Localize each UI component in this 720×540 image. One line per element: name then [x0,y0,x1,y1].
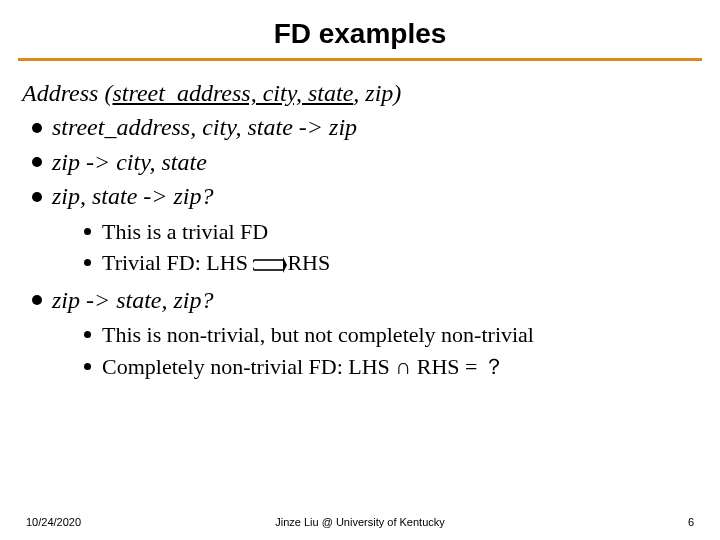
bullet-3-sub-2-suffix: RHS [287,250,330,275]
bullet-list: street_address, city, state -> zip zip -… [22,111,698,381]
bullet-3-sub-1-text: This is a trivial FD [102,219,268,244]
bullet-4-sub-1: This is non-trivial, but not completely … [82,320,698,350]
footer-author: Jinze Liu @ University of Kentucky [0,516,720,528]
bullet-3-sub-1: This is a trivial FD [82,217,698,247]
slide-title: FD examples [0,0,720,50]
bullet-4-sub-1-text: This is non-trivial, but not completely … [102,322,534,347]
relation-rest: , zip) [353,80,401,106]
bullet-2: zip -> city, state [30,146,698,178]
svg-marker-2 [283,257,287,273]
bullet-3: zip, state -> zip? This is a trivial FD … [30,180,698,278]
bullet-4-sub-2: Completely non-trivial FD: LHS ∩ RHS = ？ [82,352,698,382]
bullet-3-sub-2-prefix: Trivial FD: LHS [102,250,253,275]
bullet-4-sub-2-text: Completely non-trivial FD: LHS ∩ RHS = ？ [102,354,505,379]
bullet-4-sublist: This is non-trivial, but not completely … [52,320,698,381]
bullet-4: zip -> state, zip? This is non-trivial, … [30,284,698,382]
bullet-3-sub-2: Trivial FD: LHS RHS [82,248,698,278]
relation-key: street_address, city, state [112,80,353,106]
slide: FD examples Address (street_address, cit… [0,0,720,540]
bullet-3-sublist: This is a trivial FD Trivial FD: LHS RHS [52,217,698,278]
bullet-4-text: zip -> state, zip? [52,287,214,313]
bullet-1: street_address, city, state -> zip [30,111,698,143]
footer-page-number: 6 [688,516,694,528]
relation-schema: Address (street_address, city, state, zi… [22,77,698,109]
bullet-3-text: zip, state -> zip? [52,183,214,209]
bullet-2-text: zip -> city, state [52,149,207,175]
bullet-1-text: street_address, city, state -> zip [52,114,357,140]
relation-name: Address [22,80,98,106]
paren-open: ( [98,80,112,106]
slide-content: Address (street_address, city, state, zi… [0,61,720,382]
superset-icon [253,248,287,278]
